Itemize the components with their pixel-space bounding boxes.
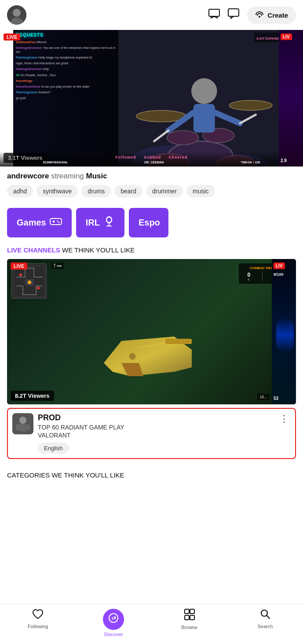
chat-icon[interactable] [228,8,239,22]
section-normal: WE THINK YOU'LL LIKE [62,246,135,254]
stream-category: Music [86,172,107,180]
lang-badge[interactable]: English [38,443,69,454]
svg-point-1 [13,9,21,17]
signal-icon [255,11,264,19]
tag-adhd[interactable]: adhd [7,185,33,197]
streams-container: REQUESTS butlfoundYou Mlicord hellosgoDr… [0,30,303,167]
chat-line: butlfoundYou Mlicord [16,40,116,44]
tag-beard[interactable]: beard [114,185,142,197]
channel-card: 7 ▪▪▪ COMBAT REPORT 0 K [7,259,296,459]
live-channels: 7 ▪▪▪ COMBAT REPORT 0 K [0,259,303,459]
espo-label: Espo [139,218,160,228]
svg-point-26 [57,221,58,222]
inbox-icon[interactable] [208,9,220,21]
tag-drums[interactable]: drums [81,185,111,197]
user-avatar[interactable] [7,5,26,25]
channel-viewers: 8.2T Viewers [11,391,54,401]
followed-item: DUMMYBANANa [43,161,68,164]
irl-icon [103,216,115,229]
svg-rect-52 [190,615,194,620]
irl-button[interactable]: IRL [76,208,124,237]
svg-point-17 [191,78,217,104]
chat-line: hype, these chat interactions are great [16,61,116,65]
browse-icon [184,609,195,623]
discover-button[interactable] [103,609,124,630]
svg-rect-42 [19,424,26,432]
followed-user: DUMMYBANANa [43,161,68,164]
espo-button[interactable]: Espo [129,208,168,237]
subbed-user: DR_CEEMAN [144,161,164,164]
side-channel-live: LIV [274,263,285,269]
chat-line: 4D Go Roadie, Senkos , Kiss [16,73,116,77]
channel-thumb[interactable]: 7 ▪▪▪ COMBAT REPORT 0 K [7,259,296,404]
side-stream-peek[interactable]: LIV 2.9 [279,30,303,167]
browse-label: Browse [181,625,197,630]
nav-following[interactable]: Following [20,609,55,637]
svg-point-36 [37,287,40,289]
svg-rect-3 [209,9,219,16]
player-count: 7 ▪▪▪ [51,263,64,269]
streamer-name: andrewcore [7,172,49,180]
channel-desc-line2: VALORANT [38,432,70,439]
chat-line: PatchingGame Holly fudge my headphone ex… [16,56,116,59]
live-badge: LIVE [13,33,20,41]
tag-drummer[interactable]: drummer [146,185,183,197]
streamer-name-row: andrewcore streaming Music [7,172,296,181]
svg-point-34 [28,281,31,284]
nav-browse[interactable]: Browse [172,609,207,637]
svg-rect-23 [50,218,62,225]
main-stream-thumb[interactable]: REQUESTS butlfoundYou Mlicord hellosgoDr… [13,30,290,167]
svg-rect-4 [228,9,239,16]
stream-title: REQUESTS [16,33,116,37]
svg-rect-51 [185,615,189,620]
svg-point-39 [129,353,136,360]
svg-point-15 [167,130,199,145]
gun-container [95,328,261,382]
discover-icon [108,613,119,626]
streaming-label: streaming [51,172,86,180]
svg-rect-44 [26,424,30,430]
cheered-user: TMKOK • 100 [241,161,260,164]
categories-normal: WE THINK YOU'LL LIKE [51,471,124,479]
side-channel-peek[interactable]: LIV 53 9/100 [272,259,296,404]
categories-header: CATEGORIES WE THINK YOU'LL LIKE [7,471,296,479]
tags-row: adhd synthwave drums beard drummer music [7,185,296,197]
chat-line: go g'all [16,96,116,100]
channel-more-button[interactable]: ⋮ [277,413,291,425]
create-button[interactable]: Create [247,7,296,24]
time-remaining: 15... [257,394,270,400]
games-label: Games [17,218,46,228]
combat-stat-kills: 0 K [247,272,250,281]
svg-point-27 [58,222,59,223]
channel-thumb-img: 7 ▪▪▪ COMBAT REPORT 0 K [7,259,296,404]
channel-text: PROD TOP 60 RADIANT GAME PLAY VALORANT E… [38,413,273,454]
nav-search[interactable]: Search [248,609,283,637]
channel-desc-line1: TOP 60 RADIANT GAME PLAY [38,424,124,431]
svg-rect-49 [185,609,189,614]
svg-rect-43 [16,424,19,430]
svg-rect-50 [190,609,194,614]
svg-point-48 [113,617,114,619]
channel-name[interactable]: PROD [38,413,273,422]
channel-lang: English [38,443,273,454]
svg-rect-18 [193,104,215,133]
tag-music[interactable]: music [186,185,215,197]
following-label: Following [28,624,48,629]
discover-label: Discover [104,632,123,637]
games-button[interactable]: Games [7,208,72,237]
nav-discover[interactable]: Discover [96,609,131,637]
main-content: Create REQUESTS butlfoundYou Mlicord hel… [0,0,303,516]
side-live-badge: LIV [281,33,292,40]
header-icons: Create [208,7,296,24]
prod-avatar [12,413,33,434]
side-viewers: 2.9 [281,158,287,163]
stream-overlay: Followed Subbed Cheered DUMMYBANANa DR_C… [13,152,290,167]
tag-synthwave[interactable]: synthwave [37,185,78,197]
irl-label: IRL [86,218,100,228]
categories-highlight: CATEGORIES [7,471,50,479]
following-icon [32,609,44,622]
chat-line: SomeSomeGone hi can you play smoke on th… [16,85,116,89]
section-highlight: LIVE CHANNELS [7,246,60,254]
subbed-item: DR_CEEMAN [144,161,164,164]
channel-info-row: PROD TOP 60 RADIANT GAME PLAY VALORANT E… [7,408,296,459]
